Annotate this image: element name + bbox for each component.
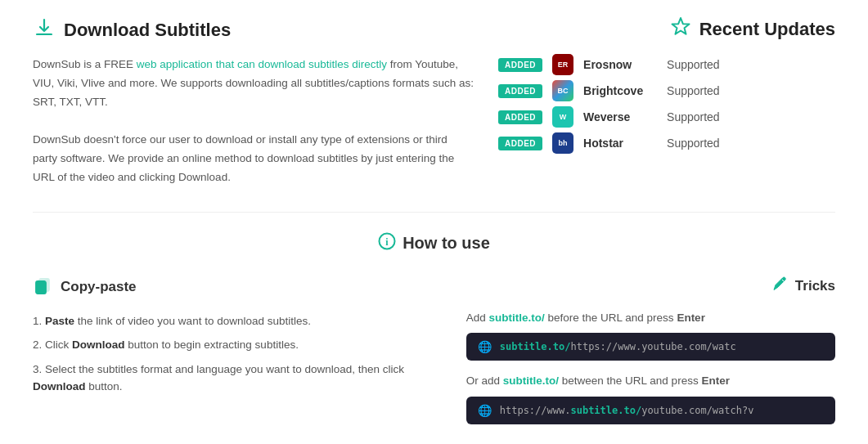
pencil-icon	[771, 276, 789, 298]
tip2-description: Or add subtitle.to/ between the URL and …	[466, 372, 835, 390]
badge-erosnow: ADDED	[498, 58, 542, 72]
status-hotstar: Supported	[667, 137, 720, 150]
tip1-link[interactable]: subtitle.to/	[489, 312, 545, 324]
step-3-bold: Download	[33, 380, 86, 392]
left-panel: Download Subtitles DownSub is a FREE web…	[33, 16, 474, 187]
recent-updates-title-row: Recent Updates	[498, 16, 835, 43]
steps-list: 1. Paste the link of video you want to d…	[33, 312, 434, 396]
badge-brightcove: ADDED	[498, 84, 542, 98]
right-panel: Recent Updates ADDED ER Erosnow Supporte…	[498, 16, 835, 154]
download-title-row: Download Subtitles	[33, 16, 474, 44]
update-row-brightcove: ADDED BC Brightcove Supported	[498, 80, 835, 101]
url2-normal: youtube.com/watch?v	[641, 405, 753, 416]
desc-prefix: DownSub is a FREE	[33, 58, 137, 70]
copy-paste-title-row: Copy-paste	[33, 276, 434, 299]
tip2-bold: Enter	[701, 374, 730, 387]
service-name-erosnow: Erosnow	[583, 58, 657, 71]
status-weverse: Supported	[667, 110, 720, 123]
desc-line3: DownSub doesn't force our user to downlo…	[33, 133, 454, 183]
logo-hotstar: bh	[552, 132, 573, 154]
svg-rect-4	[36, 281, 46, 294]
update-row-weverse: ADDED W Weverse Supported	[498, 106, 835, 128]
url-bar-1: 🌐 subtitle.to/https://www.youtube.com/wa…	[466, 333, 835, 361]
tricks-title: Tricks	[795, 278, 835, 294]
logo-weverse: W	[552, 106, 573, 128]
info-icon: i	[378, 232, 396, 254]
step-1: 1. Paste the link of video you want to d…	[33, 312, 434, 330]
url1-highlight: subtitle.to/	[500, 341, 571, 352]
download-icon	[33, 16, 56, 44]
star-icon	[670, 16, 691, 43]
url1-normal: https://www.youtube.com/watc	[570, 341, 735, 352]
copy-paste-panel: Copy-paste 1. Paste the link of video yo…	[33, 276, 434, 402]
how-to-use-header: i How to use	[33, 232, 835, 254]
logo-erosnow: ER	[552, 54, 573, 75]
copy-icon	[33, 276, 52, 299]
how-to-use-title: How to use	[403, 234, 490, 253]
globe-icon-1: 🌐	[478, 340, 492, 353]
url2-pre: https://www.	[500, 405, 571, 416]
updates-list: ADDED ER Erosnow Supported ADDED BC Brig…	[498, 54, 835, 154]
step-2-bold: Download	[72, 339, 125, 351]
status-erosnow: Supported	[667, 58, 720, 71]
tricks-title-row: Tricks	[466, 276, 835, 298]
service-name-hotstar: Hotstar	[583, 137, 657, 150]
url2-highlight: subtitle.to/	[570, 405, 641, 416]
step-2: 2. Click Download button to begin extrac…	[33, 336, 434, 354]
tricks-panel: Tricks Add subtitle.to/ before the URL a…	[466, 276, 835, 436]
badge-weverse: ADDED	[498, 110, 542, 124]
svg-text:i: i	[385, 236, 389, 248]
update-row-erosnow: ADDED ER Erosnow Supported	[498, 54, 835, 75]
logo-brightcove: BC	[552, 80, 573, 101]
tip2-link[interactable]: subtitle.to/	[503, 374, 559, 387]
copy-paste-title: Copy-paste	[61, 279, 137, 295]
status-brightcove: Supported	[667, 84, 720, 97]
description: DownSub is a FREE web application that c…	[33, 56, 474, 187]
badge-hotstar: ADDED	[498, 137, 542, 150]
tip1-description: Add subtitle.to/ before the URL and pres…	[466, 309, 835, 327]
step-3: 3. Select the subtitles format and langu…	[33, 361, 434, 396]
download-title: Download Subtitles	[64, 20, 231, 41]
tip1-bold: Enter	[677, 312, 705, 324]
bottom-section: Copy-paste 1. Paste the link of video yo…	[33, 276, 835, 436]
service-name-weverse: Weverse	[583, 110, 657, 123]
url-text-2: https://www.subtitle.to/youtube.com/watc…	[500, 405, 754, 416]
top-section: Download Subtitles DownSub is a FREE web…	[33, 16, 835, 187]
desc-link[interactable]: web application that can download subtit…	[137, 58, 387, 70]
section-divider	[33, 212, 835, 213]
recent-updates-title: Recent Updates	[699, 19, 835, 40]
update-row-hotstar: ADDED bh Hotstar Supported	[498, 132, 835, 154]
page-wrapper: Download Subtitles DownSub is a FREE web…	[0, 0, 868, 444]
service-name-brightcove: Brightcove	[583, 84, 657, 97]
step-1-bold: Paste	[45, 315, 74, 327]
url-bar-2: 🌐 https://www.subtitle.to/youtube.com/wa…	[466, 397, 835, 424]
globe-icon-2: 🌐	[478, 404, 492, 417]
url-text-1: subtitle.to/https://www.youtube.com/watc	[500, 341, 736, 352]
svg-rect-0	[37, 33, 52, 35]
